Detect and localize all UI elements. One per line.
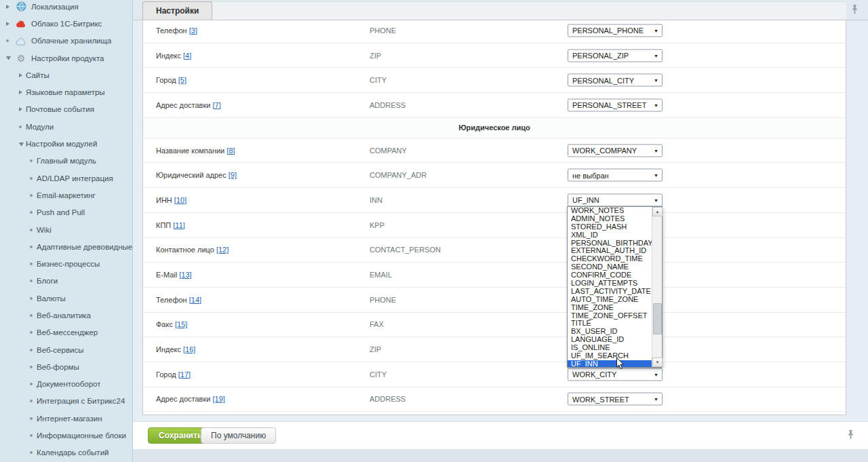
bullet-icon: [30, 263, 33, 265]
sidebar-item[interactable]: Облако 1С-Битрикс: [0, 15, 132, 32]
sidebar-item[interactable]: Документооборот: [0, 376, 132, 393]
pin-icon[interactable]: [851, 4, 859, 17]
field-id-link[interactable]: [16]: [183, 345, 195, 353]
scroll-up-icon[interactable]: ▲: [652, 207, 663, 216]
field-label: Телефон [3]: [156, 26, 197, 35]
mapping-select[interactable]: PERSONAL_CITY▼: [568, 74, 663, 87]
dropdown-option[interactable]: UF_INN: [568, 360, 652, 367]
dropdown-option[interactable]: AUTO_TIME_ZONE: [568, 296, 652, 304]
field-id-link[interactable]: [4]: [183, 52, 191, 60]
table-row: Название компании [8]COMPANYWORK_COMPANY…: [143, 138, 846, 163]
mapping-select[interactable]: WORK_COMPANY▼: [568, 144, 663, 157]
field-id-link[interactable]: [15]: [175, 320, 187, 328]
sidebar-item[interactable]: Веб-мессенджер: [0, 324, 132, 341]
field-label: КПП [11]: [156, 221, 185, 229]
field-id-link[interactable]: [9]: [229, 171, 237, 179]
globe-icon: [16, 1, 26, 12]
field-id-link[interactable]: [5]: [178, 76, 186, 84]
field-id-link[interactable]: [3]: [189, 26, 197, 35]
mapping-select[interactable]: PERSONAL_ZIP▼: [568, 49, 663, 62]
field-label: Название компании [8]: [156, 147, 235, 155]
chevron-down-icon[interactable]: [6, 56, 11, 60]
bullet-icon: [30, 297, 33, 300]
chevron-right-icon[interactable]: [19, 73, 22, 77]
db-field-code: KPP: [370, 221, 384, 229]
mapping-select[interactable]: WORK_STREET▼: [568, 393, 663, 406]
db-field-code: CITY: [370, 76, 387, 84]
field-id-link[interactable]: [14]: [189, 296, 201, 304]
sidebar-item[interactable]: Почтовые события: [0, 101, 132, 118]
sidebar-item-label: Интернет-магазин: [37, 415, 102, 423]
dropdown-option[interactable]: TIME_ZONE: [568, 304, 652, 312]
sidebar-item[interactable]: Интернет-магазин: [0, 410, 132, 427]
table-row: Адрес доставки [7]ADDRESSPERSONAL_STREET…: [143, 93, 846, 118]
sidebar-item[interactable]: ⚙Настройки продукта: [0, 50, 132, 66]
mapping-select[interactable]: UF_INN▼: [568, 193, 663, 206]
dropdown-scrollbar[interactable]: ▲ ▼: [652, 207, 662, 367]
field-id-link[interactable]: [13]: [179, 271, 191, 279]
sidebar-item[interactable]: Wiki: [0, 221, 132, 238]
sidebar-item[interactable]: Бизнес-процессы: [0, 255, 132, 272]
sidebar-item[interactable]: Сайты: [0, 66, 132, 83]
sidebar-item-label: Push and Pull: [37, 208, 85, 216]
dropdown-option[interactable]: STORED_HASH: [568, 223, 652, 231]
chevron-right-icon[interactable]: [19, 90, 22, 94]
sidebar-item[interactable]: AD/LDAP интеграция: [0, 170, 132, 187]
sidebar-item-label: Веб-формы: [37, 363, 79, 371]
scroll-down-icon[interactable]: ▼: [652, 358, 663, 367]
mapping-select[interactable]: PERSONAL_STREET▼: [568, 98, 663, 111]
pin-icon[interactable]: [847, 429, 854, 442]
sidebar-item[interactable]: Локализация: [0, 0, 132, 15]
sidebar-item[interactable]: Веб-сервисы: [0, 341, 132, 358]
mapping-select[interactable]: WORK_CITY▼: [568, 368, 663, 381]
mapping-select-value: PERSONAL_PHONE: [572, 26, 644, 35]
chevron-right-icon[interactable]: [19, 107, 22, 111]
sidebar-item[interactable]: Модули: [0, 118, 132, 135]
sidebar-item[interactable]: Блоги: [0, 273, 132, 290]
field-id-link[interactable]: [10]: [174, 196, 186, 204]
default-button[interactable]: По умолчанию: [201, 427, 276, 444]
sidebar-item[interactable]: Веб-формы: [0, 358, 132, 375]
sidebar-item[interactable]: Главный модуль: [0, 153, 132, 170]
sidebar-item[interactable]: Настройки модулей: [0, 135, 132, 152]
bullet-icon: [30, 383, 33, 385]
field-id-link[interactable]: [7]: [212, 101, 220, 109]
sidebar-item[interactable]: Адаптивные древовидные комм: [0, 238, 132, 255]
field-label: Город [17]: [156, 370, 191, 379]
sidebar-item[interactable]: Валюты: [0, 290, 132, 307]
sidebar-item[interactable]: Интеграция с Битрикс24: [0, 393, 132, 410]
gear-icon: ⚙: [16, 53, 26, 64]
table-row: Телефон [14]PHONE: [143, 288, 846, 313]
sidebar-item[interactable]: Информационные блоки: [0, 427, 132, 444]
sidebar-item[interactable]: Календарь событий: [0, 444, 132, 461]
db-field-code: PHONE: [370, 296, 396, 304]
mapping-select[interactable]: не выбран▼: [568, 169, 663, 182]
field-id-link[interactable]: [17]: [178, 370, 191, 379]
chevron-right-icon[interactable]: [6, 22, 9, 26]
sidebar-item[interactable]: Языковые параметры: [0, 83, 132, 100]
sidebar-item-label: Почтовые события: [26, 105, 94, 113]
bullet-icon: [30, 349, 33, 351]
field-id-link[interactable]: [19]: [212, 395, 224, 403]
mapping-select[interactable]: PERSONAL_PHONE▼: [568, 24, 663, 37]
dropdown-option[interactable]: ADMIN_NOTES: [568, 215, 652, 223]
sidebar-item[interactable]: Веб-аналитика: [0, 307, 132, 324]
field-label: Телефон [14]: [156, 296, 201, 304]
bullet-icon: [30, 159, 33, 162]
sidebar-item-label: Настройки модулей: [26, 140, 97, 148]
mapping-select-value: PERSONAL_CITY: [572, 76, 634, 84]
tab-settings[interactable]: Настройки: [142, 1, 212, 20]
field-id-link[interactable]: [8]: [226, 147, 235, 155]
dropdown-option[interactable]: XML_ID: [568, 231, 652, 239]
sidebar-item[interactable]: Облачные хранилища: [0, 33, 132, 50]
chevron-right-icon[interactable]: [6, 5, 9, 9]
sidebar-item-label: Модули: [26, 123, 54, 131]
dropdown-option[interactable]: LAST_ACTIVITY_DATE: [568, 288, 652, 296]
sidebar-item[interactable]: Push and Pull: [0, 204, 132, 221]
chevron-down-icon[interactable]: [19, 142, 24, 146]
field-id-link[interactable]: [11]: [173, 221, 185, 229]
dropdown-options: WORK_NOTESADMIN_NOTESSTORED_HASHXML_IDPE…: [568, 207, 652, 367]
sidebar-item[interactable]: Email-маркетинг: [0, 187, 132, 204]
field-id-link[interactable]: [12]: [216, 246, 229, 254]
scrollbar-thumb[interactable]: [653, 303, 662, 334]
